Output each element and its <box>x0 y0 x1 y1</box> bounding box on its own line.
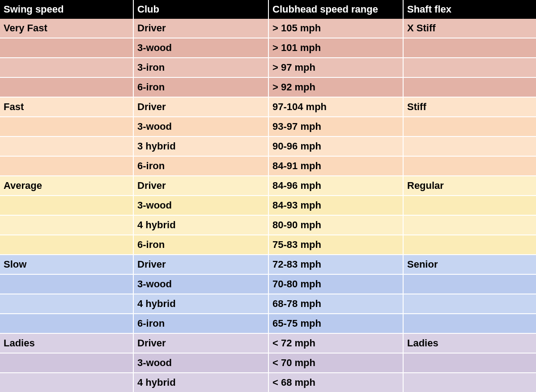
cell-club: 4 hybrid <box>133 294 268 314</box>
cell-shaft-flex <box>403 294 536 314</box>
cell-club: 3 hybrid <box>133 136 268 156</box>
cell-swing-speed: Slow <box>0 255 133 274</box>
cell-clubhead-speed: < 72 mph <box>268 333 403 353</box>
cell-swing-speed <box>0 196 133 215</box>
cell-swing-speed <box>0 117 133 136</box>
cell-swing-speed <box>0 274 133 294</box>
table-row: 3-wood84-93 mph <box>0 196 536 215</box>
cell-shaft-flex <box>403 117 536 136</box>
cell-shaft-flex: Regular <box>403 176 536 196</box>
table-row: 4 hybrid< 68 mph <box>0 373 536 392</box>
cell-club: 6-iron <box>133 77 268 97</box>
cell-shaft-flex <box>403 38 536 58</box>
header-row: Swing speed Club Clubhead speed range Sh… <box>0 0 536 19</box>
table-row: 6-iron65-75 mph <box>0 314 536 333</box>
cell-swing-speed <box>0 136 133 156</box>
cell-shaft-flex: Ladies <box>403 333 536 353</box>
cell-clubhead-speed: 68-78 mph <box>268 294 403 314</box>
cell-club: 3-wood <box>133 353 268 373</box>
cell-clubhead-speed: < 70 mph <box>268 353 403 373</box>
cell-swing-speed: Fast <box>0 97 133 117</box>
cell-swing-speed <box>0 38 133 58</box>
cell-clubhead-speed: 84-93 mph <box>268 196 403 215</box>
cell-shaft-flex <box>403 196 536 215</box>
cell-shaft-flex <box>403 353 536 373</box>
cell-club: 3-iron <box>133 58 268 77</box>
cell-clubhead-speed: 72-83 mph <box>268 255 403 274</box>
cell-shaft-flex <box>403 373 536 392</box>
flex-chart-table: Swing speed Club Clubhead speed range Sh… <box>0 0 536 392</box>
cell-shaft-flex <box>403 77 536 97</box>
cell-shaft-flex <box>403 136 536 156</box>
header-swing: Swing speed <box>0 0 133 19</box>
header-speed: Clubhead speed range <box>268 0 403 19</box>
cell-clubhead-speed: 84-91 mph <box>268 156 403 176</box>
cell-club: Driver <box>133 333 268 353</box>
cell-shaft-flex <box>403 235 536 255</box>
table-row: SlowDriver72-83 mphSenior <box>0 255 536 274</box>
cell-swing-speed <box>0 156 133 176</box>
cell-club: 3-wood <box>133 196 268 215</box>
table-row: 4 hybrid68-78 mph <box>0 294 536 314</box>
table-row: 3-wood70-80 mph <box>0 274 536 294</box>
cell-clubhead-speed: 84-96 mph <box>268 176 403 196</box>
header-flex: Shaft flex <box>403 0 536 19</box>
cell-club: 6-iron <box>133 314 268 333</box>
table-row: 3-iron> 97 mph <box>0 58 536 77</box>
cell-swing-speed <box>0 77 133 97</box>
table-row: 3-wood> 101 mph <box>0 38 536 58</box>
cell-club: Driver <box>133 176 268 196</box>
cell-club: 6-iron <box>133 235 268 255</box>
cell-club: Driver <box>133 97 268 117</box>
cell-swing-speed <box>0 58 133 77</box>
cell-clubhead-speed: 90-96 mph <box>268 136 403 156</box>
table-row: 6-iron84-91 mph <box>0 156 536 176</box>
cell-club: Driver <box>133 255 268 274</box>
header-club: Club <box>133 0 268 19</box>
table-row: 3 hybrid90-96 mph <box>0 136 536 156</box>
table-row: 3-wood< 70 mph <box>0 353 536 373</box>
table-row: 3-wood93-97 mph <box>0 117 536 136</box>
cell-swing-speed: Very Fast <box>0 19 133 38</box>
cell-club: 3-wood <box>133 117 268 136</box>
cell-clubhead-speed: 75-83 mph <box>268 235 403 255</box>
cell-club: 3-wood <box>133 274 268 294</box>
cell-clubhead-speed: > 92 mph <box>268 77 403 97</box>
cell-swing-speed <box>0 314 133 333</box>
table-row: LadiesDriver< 72 mphLadies <box>0 333 536 353</box>
cell-swing-speed <box>0 373 133 392</box>
cell-clubhead-speed: 93-97 mph <box>268 117 403 136</box>
cell-swing-speed <box>0 235 133 255</box>
cell-club: 6-iron <box>133 156 268 176</box>
cell-clubhead-speed: 65-75 mph <box>268 314 403 333</box>
table-row: 6-iron> 92 mph <box>0 77 536 97</box>
cell-shaft-flex: X Stiff <box>403 19 536 38</box>
cell-shaft-flex <box>403 314 536 333</box>
cell-club: 3-wood <box>133 38 268 58</box>
cell-swing-speed: Ladies <box>0 333 133 353</box>
cell-club: 4 hybrid <box>133 373 268 392</box>
cell-swing-speed <box>0 294 133 314</box>
cell-shaft-flex <box>403 274 536 294</box>
cell-clubhead-speed: 97-104 mph <box>268 97 403 117</box>
cell-clubhead-speed: < 68 mph <box>268 373 403 392</box>
cell-swing-speed <box>0 353 133 373</box>
cell-shaft-flex: Senior <box>403 255 536 274</box>
cell-swing-speed <box>0 215 133 235</box>
cell-clubhead-speed: 80-90 mph <box>268 215 403 235</box>
cell-clubhead-speed: > 97 mph <box>268 58 403 77</box>
table-row: 6-iron75-83 mph <box>0 235 536 255</box>
cell-clubhead-speed: > 101 mph <box>268 38 403 58</box>
table-row: 4 hybrid80-90 mph <box>0 215 536 235</box>
cell-shaft-flex: Stiff <box>403 97 536 117</box>
cell-clubhead-speed: 70-80 mph <box>268 274 403 294</box>
cell-clubhead-speed: > 105 mph <box>268 19 403 38</box>
table-row: AverageDriver84-96 mphRegular <box>0 176 536 196</box>
cell-shaft-flex <box>403 156 536 176</box>
cell-swing-speed: Average <box>0 176 133 196</box>
cell-club: 4 hybrid <box>133 215 268 235</box>
cell-club: Driver <box>133 19 268 38</box>
cell-shaft-flex <box>403 215 536 235</box>
table-row: FastDriver97-104 mphStiff <box>0 97 536 117</box>
cell-shaft-flex <box>403 58 536 77</box>
